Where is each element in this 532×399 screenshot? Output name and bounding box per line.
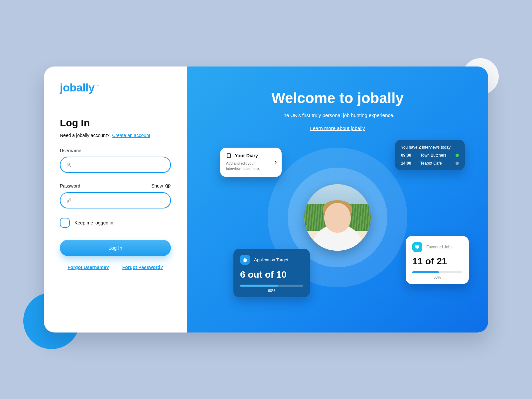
show-password-toggle[interactable]: Show	[151, 183, 171, 189]
favorited-label: Favorited Jobs	[426, 245, 453, 249]
interview-time: 09:30	[401, 153, 416, 158]
forgot-password-link[interactable]: Forgot Password?	[122, 265, 163, 270]
username-label: Username:	[60, 148, 171, 153]
brand-logo: jobally™	[60, 81, 171, 94]
password-input[interactable]	[60, 192, 171, 208]
keep-logged-in-row: Keep me logged in	[60, 218, 171, 228]
application-target-bar	[240, 285, 303, 287]
status-dot-gray	[456, 162, 459, 165]
need-account-text: Need a jobally account? Create an accoun…	[60, 133, 171, 138]
username-input[interactable]	[60, 157, 171, 173]
interview-row: 14:00 Teapot Cafe	[401, 161, 459, 166]
avatar	[304, 184, 371, 251]
password-input-wrap	[60, 192, 171, 208]
application-target-label: Application Target	[254, 257, 288, 262]
svg-point-1	[167, 185, 169, 187]
keep-logged-in-label: Keep me logged in	[74, 220, 113, 225]
welcome-subtitle: The UK's first truly personal job huntin…	[187, 112, 488, 118]
interview-place: Teapot Cafe	[420, 161, 442, 166]
chevron-right-icon	[273, 160, 278, 165]
brand-tm: ™	[95, 84, 99, 88]
username-input-wrap	[60, 157, 171, 173]
interview-place: Town Butchers	[420, 153, 447, 158]
favorited-value: 11 of 21	[412, 256, 462, 267]
forgot-links: Forgot Username? Forgot Password?	[60, 265, 171, 270]
heart-icon	[412, 242, 422, 252]
password-label-text: Password:	[60, 183, 81, 189]
application-target-card[interactable]: Application Target 6 out of 10 60%	[233, 249, 310, 297]
eye-icon	[165, 183, 171, 189]
key-icon	[66, 198, 72, 203]
learn-more-link[interactable]: Learn more about jobally	[187, 125, 488, 131]
application-target-value: 6 out of 10	[240, 269, 303, 280]
user-icon	[66, 162, 72, 168]
password-label: Password: Show	[60, 183, 171, 189]
diary-card[interactable]: Your Diary Add and edit your interview n…	[220, 148, 282, 177]
diary-desc: Add and edit your interview notes here.	[226, 161, 276, 172]
show-password-text: Show	[151, 183, 163, 189]
welcome-title: Welcome to jobally	[187, 90, 488, 106]
interviews-card[interactable]: You have 2 interviews today 09:30 Town B…	[395, 140, 465, 170]
thumb-up-icon	[240, 255, 250, 265]
interview-time: 14:00	[401, 161, 416, 166]
username-label-text: Username:	[60, 148, 82, 153]
hero-panel: Welcome to jobally The UK's first truly …	[187, 66, 488, 332]
favorited-percent: 53%	[412, 275, 462, 279]
hero-illustration: Your Diary Add and edit your interview n…	[187, 134, 488, 307]
iv-prefix: You have	[401, 145, 419, 150]
svg-rect-3	[227, 154, 231, 158]
need-account-prefix: Need a jobally account?	[60, 133, 109, 138]
forgot-username-link[interactable]: Forgot Username?	[67, 265, 109, 270]
create-account-link[interactable]: Create an account	[112, 133, 150, 138]
keep-logged-in-checkbox[interactable]	[60, 218, 70, 228]
favorited-bar	[412, 271, 462, 273]
diary-title: Your Diary	[235, 153, 258, 158]
login-card: jobally™ Log In Need a jobally account? …	[44, 66, 488, 332]
svg-point-0	[68, 163, 70, 165]
interviews-heading: You have 2 interviews today	[401, 145, 459, 150]
application-target-percent: 60%	[240, 289, 303, 293]
iv-suffix: interviews today	[421, 145, 451, 150]
login-button[interactable]: Log In	[60, 240, 171, 256]
login-heading: Log In	[60, 117, 171, 129]
interview-row: 09:30 Town Butchers	[401, 153, 459, 158]
book-icon	[226, 153, 231, 158]
iv-count: 2	[419, 145, 421, 150]
brand-name: jobally	[60, 81, 94, 94]
status-dot-green	[456, 154, 459, 157]
favorited-jobs-card[interactable]: Favorited Jobs 11 of 21 53%	[406, 236, 469, 284]
login-panel: jobally™ Log In Need a jobally account? …	[44, 66, 187, 332]
